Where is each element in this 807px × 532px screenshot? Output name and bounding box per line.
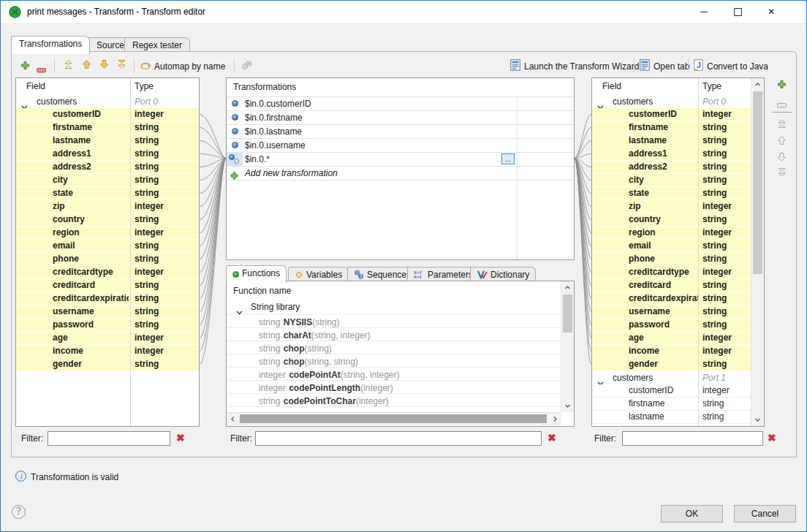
remove-mapping-icon[interactable] [37, 63, 46, 76]
output-field-row[interactable]: lastname string [592, 411, 764, 424]
string-library-row[interactable]: String library [227, 300, 561, 315]
settings-gears-icon[interactable] [241, 60, 253, 73]
automap-icon[interactable] [140, 60, 151, 73]
input-field-row[interactable]: country string [16, 213, 199, 227]
output-field-row[interactable]: age integer [592, 332, 764, 345]
tab-parameters[interactable]: X=YA=1Parameters [407, 267, 480, 282]
input-field-row[interactable]: password string [16, 319, 199, 332]
wizard-icon[interactable] [510, 59, 520, 74]
tab-variables[interactable]: Variables [288, 267, 349, 282]
scrollbar-thumb[interactable] [240, 414, 547, 423]
right-filter-input[interactable] [622, 431, 763, 446]
move-to-top-icon[interactable] [64, 59, 73, 72]
input-field-row[interactable]: lastname string [16, 134, 199, 148]
scrollbar-thumb[interactable] [753, 91, 762, 274]
convert-to-java-icon[interactable]: J [694, 59, 703, 74]
output-field-row[interactable]: creditcard string [592, 279, 764, 292]
input-field-row[interactable]: username string [16, 305, 199, 319]
output-field-row[interactable]: city string [592, 174, 764, 187]
move-down-icon[interactable] [99, 59, 109, 72]
output-field-row[interactable]: address1 string [592, 148, 764, 161]
output-record-group-row[interactable]: customers Port 0 [592, 95, 764, 108]
maximize-button[interactable] [723, 1, 752, 23]
right-filter-clear-icon[interactable]: ✖ [768, 432, 776, 444]
function-row[interactable]: string concat(string) [227, 407, 561, 411]
ok-button[interactable]: OK [661, 505, 723, 522]
function-row[interactable]: integer codePointLength(integer) [227, 381, 561, 394]
scrollbar-thumb[interactable] [563, 294, 572, 332]
functions-horizontal-scrollbar[interactable] [227, 412, 561, 425]
move-up-icon[interactable] [82, 59, 91, 72]
input-field-row[interactable]: region integer [16, 227, 199, 240]
output-field-row[interactable]: phone string [592, 253, 764, 266]
input-field-row[interactable]: address1 string [16, 148, 199, 161]
transformation-row[interactable]: $in.0.lastname [227, 125, 574, 139]
input-field-row[interactable]: income integer [16, 345, 199, 358]
input-field-row[interactable]: email string [16, 240, 199, 253]
left-filter-input[interactable] [48, 431, 170, 446]
output-record-group-row-port1[interactable]: customers Port 1 [592, 371, 764, 384]
open-tab-button[interactable]: Open tab [653, 61, 689, 72]
function-row[interactable]: integer codePointAt(string, integer) [227, 368, 561, 381]
input-field-row[interactable]: creditcardtype integer [16, 266, 199, 279]
output-field-row[interactable]: firstname string [592, 121, 764, 134]
output-field-row[interactable]: address2 string [592, 161, 764, 174]
output-field-row[interactable]: state string [592, 187, 764, 200]
open-tab-icon[interactable] [640, 59, 650, 74]
input-field-row[interactable]: gender string [16, 358, 199, 371]
output-field-row[interactable]: lastname string [592, 134, 764, 148]
input-field-row[interactable]: address2 string [16, 161, 199, 174]
function-row[interactable]: string chop(string) [227, 341, 561, 354]
input-field-row[interactable]: state string [16, 187, 199, 200]
cancel-button[interactable]: Cancel [734, 505, 796, 522]
input-field-row[interactable]: city string [16, 174, 199, 187]
input-record-group-row[interactable]: customers Port 0 [16, 95, 199, 108]
move-field-to-top-icon[interactable] [777, 118, 787, 132]
output-field-row[interactable]: email string [592, 240, 764, 253]
input-field-row[interactable]: creditcardexpiration string [16, 292, 199, 305]
move-field-down-icon[interactable] [777, 152, 787, 165]
scroll-up-icon[interactable] [751, 78, 764, 91]
output-field-row[interactable]: income integer [592, 345, 764, 358]
transformation-row[interactable]: $in.0.firstname [227, 111, 574, 125]
output-field-row[interactable]: creditcardexpiration string [592, 292, 764, 305]
output-field-row[interactable]: creditcardtype integer [592, 266, 764, 279]
add-transformation-row[interactable]: Add new transformation [227, 167, 574, 180]
tab-functions[interactable]: Functions [226, 265, 287, 283]
middle-filter-clear-icon[interactable]: ✖ [548, 432, 556, 444]
output-field-row[interactable]: password string [592, 319, 764, 332]
scroll-down-icon[interactable] [751, 414, 764, 426]
output-field-row[interactable]: firstname string [592, 398, 764, 411]
minimize-button[interactable] [689, 1, 719, 23]
help-icon[interactable]: ? [12, 505, 26, 519]
input-field-row[interactable]: customerID integer [16, 108, 199, 121]
output-field-row[interactable]: username string [592, 305, 764, 319]
function-row[interactable]: string codePointToChar(integer) [227, 394, 561, 407]
tab-transformations[interactable]: Transformations [11, 36, 90, 54]
input-field-row[interactable]: age integer [16, 332, 199, 345]
scroll-up-icon[interactable] [561, 281, 574, 294]
function-row[interactable]: string NYSIIS(string) [227, 315, 561, 328]
scroll-down-icon[interactable] [561, 400, 574, 412]
input-field-row[interactable]: firstname string [16, 121, 199, 134]
function-row[interactable]: string chop(string, string) [227, 354, 561, 368]
output-field-row[interactable]: customerID integer [592, 108, 764, 121]
output-field-row[interactable]: customerID integer [592, 384, 764, 398]
function-row[interactable]: string charAt(string, integer) [227, 328, 561, 341]
output-field-row[interactable]: region integer [592, 227, 764, 240]
transformation-row-selected[interactable]: $in.0.* ... [227, 153, 574, 167]
functions-vertical-scrollbar[interactable] [561, 281, 574, 412]
edit-transformation-button[interactable]: ... [501, 153, 515, 164]
scroll-right-icon[interactable] [549, 413, 561, 425]
scroll-left-icon[interactable] [227, 413, 239, 425]
input-field-row[interactable]: creditcard string [16, 279, 199, 292]
input-field-row[interactable]: zip integer [16, 200, 199, 213]
remove-output-field-icon[interactable] [777, 98, 787, 111]
transformation-row[interactable]: $in.0.customerID [227, 97, 574, 111]
output-vertical-scrollbar[interactable] [751, 78, 764, 426]
output-field-row[interactable]: gender string [592, 358, 764, 371]
move-field-up-icon[interactable] [777, 135, 787, 148]
move-field-to-bottom-icon[interactable] [777, 167, 787, 180]
automap-by-name-button[interactable]: Automap by name [154, 61, 225, 72]
add-mapping-icon[interactable] [20, 60, 30, 73]
